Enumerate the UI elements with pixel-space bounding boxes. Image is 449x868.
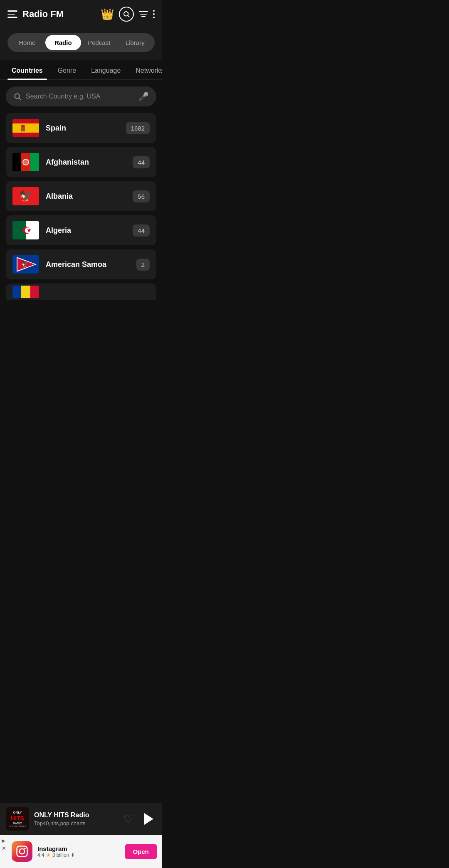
tab-countries[interactable]: Countries bbox=[7, 60, 47, 79]
flag-american-samoa: 🦅 bbox=[12, 255, 39, 274]
app-title: Radio FM bbox=[22, 9, 96, 20]
country-item-albania[interactable]: 🦅 Albania 56 bbox=[6, 181, 156, 211]
country-item-partial[interactable] bbox=[6, 284, 156, 300]
filter-icon[interactable] bbox=[139, 11, 148, 17]
country-count-american-samoa: 2 bbox=[136, 259, 150, 271]
country-item-american-samoa[interactable]: 🦅 American Samoa 2 bbox=[6, 249, 156, 279]
svg-line-3 bbox=[19, 98, 21, 100]
svg-point-7 bbox=[22, 125, 24, 127]
header: Radio FM 👑 bbox=[0, 0, 162, 28]
tab-genre[interactable]: Genre bbox=[54, 60, 80, 79]
tab-library[interactable]: Library bbox=[117, 35, 153, 50]
country-count-afghanistan: 44 bbox=[133, 156, 150, 168]
svg-rect-5 bbox=[12, 123, 39, 133]
country-name-american-samoa: American Samoa bbox=[46, 260, 130, 269]
svg-point-12 bbox=[23, 160, 28, 165]
svg-rect-10 bbox=[30, 153, 39, 171]
tab-radio[interactable]: Radio bbox=[45, 35, 81, 50]
menu-icon[interactable] bbox=[7, 10, 17, 18]
search-icon-button[interactable] bbox=[119, 7, 134, 22]
country-name-albania: Albania bbox=[46, 192, 126, 201]
flag-spain bbox=[12, 119, 39, 137]
mic-icon[interactable]: 🎤 bbox=[138, 91, 149, 101]
tab-language[interactable]: Language bbox=[87, 60, 125, 79]
flag-albania: 🦅 bbox=[12, 187, 39, 205]
country-count-albania: 56 bbox=[133, 190, 150, 202]
country-item-algeria[interactable]: Algeria 44 bbox=[6, 215, 156, 245]
svg-line-1 bbox=[128, 15, 129, 17]
search-input[interactable] bbox=[26, 93, 134, 100]
more-options-icon[interactable] bbox=[153, 10, 155, 18]
tab-networks[interactable]: Networks bbox=[131, 60, 162, 79]
flag-algeria bbox=[12, 221, 39, 239]
svg-text:🦅: 🦅 bbox=[21, 260, 29, 268]
flag-partial bbox=[12, 286, 39, 298]
country-item-spain[interactable]: Spain 1682 bbox=[6, 113, 156, 143]
svg-rect-8 bbox=[12, 153, 21, 171]
country-count-algeria: 44 bbox=[133, 224, 150, 237]
country-name-spain: Spain bbox=[46, 124, 119, 133]
crown-icon: 👑 bbox=[101, 8, 114, 21]
country-item-afghanistan[interactable]: Afghanistan 44 bbox=[6, 147, 156, 177]
country-name-algeria: Algeria bbox=[46, 226, 126, 235]
nav-tabs: Home Radio Podcast Library bbox=[0, 28, 162, 60]
tab-podcast[interactable]: Podcast bbox=[81, 35, 117, 50]
svg-text:🦅: 🦅 bbox=[19, 189, 33, 202]
search-bar[interactable]: 🎤 bbox=[6, 86, 156, 106]
country-name-afghanistan: Afghanistan bbox=[46, 158, 126, 167]
tab-home[interactable]: Home bbox=[9, 35, 45, 50]
category-tabs: Countries Genre Language Networks bbox=[0, 60, 162, 80]
country-list: Spain 1682 Afghanistan 44 🦅 Albania bbox=[0, 113, 162, 300]
search-input-icon bbox=[13, 92, 22, 101]
flag-afghanistan bbox=[12, 153, 39, 171]
country-count-spain: 1682 bbox=[126, 122, 150, 134]
